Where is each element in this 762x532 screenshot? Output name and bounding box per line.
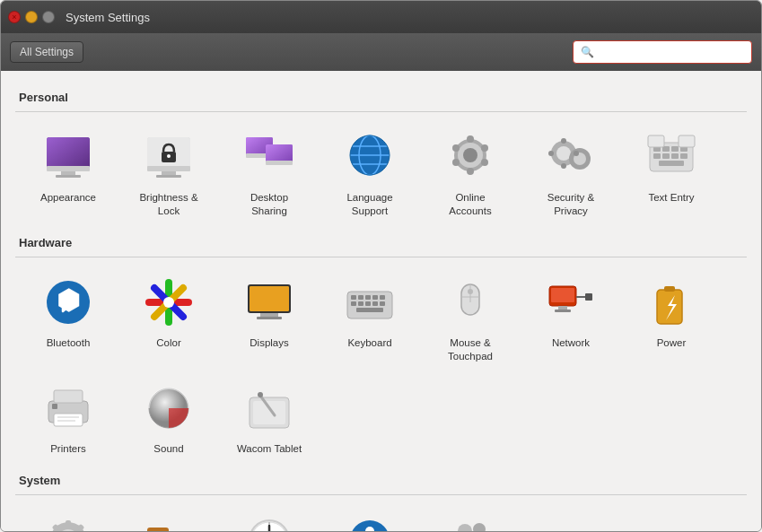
svg-rect-9 bbox=[156, 175, 181, 178]
svg-rect-48 bbox=[671, 153, 679, 159]
sidebar-item-appearance[interactable]: Appearance bbox=[19, 121, 118, 225]
svg-point-30 bbox=[467, 168, 474, 175]
language-support-label: LanguageSupport bbox=[346, 191, 392, 218]
main-window: × System Settings All Settings 🔍 Persona… bbox=[0, 0, 762, 532]
svg-point-37 bbox=[561, 138, 566, 144]
sidebar-item-wacom-tablet[interactable]: Wacom Tablet bbox=[220, 372, 319, 463]
search-input[interactable] bbox=[598, 46, 744, 58]
svg-rect-46 bbox=[653, 153, 661, 159]
svg-rect-71 bbox=[351, 301, 356, 306]
svg-rect-92 bbox=[52, 404, 57, 409]
minimize-button[interactable] bbox=[25, 11, 38, 23]
svg-rect-4 bbox=[56, 175, 81, 178]
svg-point-133 bbox=[458, 524, 472, 531]
sidebar-item-bluetooth[interactable]: ⬢ Bluetooth bbox=[19, 266, 118, 371]
sidebar-item-power[interactable]: Power bbox=[622, 266, 721, 371]
sidebar-item-keyboard[interactable]: Keyboard bbox=[320, 266, 419, 371]
hardware-grid: ⬢ Bluetooth bbox=[15, 266, 747, 463]
sidebar-item-color[interactable]: Color bbox=[119, 266, 218, 371]
sidebar-item-universal-access[interactable]: UniversalAccess bbox=[320, 504, 419, 531]
sidebar-item-software-updates[interactable]: Software &Updates bbox=[119, 504, 218, 531]
svg-point-59 bbox=[163, 297, 174, 308]
titlebar: × System Settings bbox=[1, 1, 761, 33]
svg-rect-76 bbox=[356, 308, 383, 312]
language-support-icon bbox=[341, 128, 399, 186]
sidebar-item-sound[interactable]: Sound bbox=[119, 372, 218, 463]
brightness-lock-icon bbox=[140, 128, 197, 186]
svg-rect-72 bbox=[358, 301, 363, 306]
svg-rect-63 bbox=[260, 313, 278, 317]
wacom-tablet-icon bbox=[241, 379, 298, 437]
svg-rect-74 bbox=[372, 301, 378, 306]
wacom-tablet-label: Wacom Tablet bbox=[237, 442, 302, 456]
search-box: 🔍 bbox=[573, 40, 752, 64]
security-privacy-icon bbox=[542, 128, 600, 186]
svg-rect-98 bbox=[253, 401, 285, 424]
svg-rect-49 bbox=[680, 153, 688, 159]
svg-point-31 bbox=[452, 159, 460, 166]
svg-rect-87 bbox=[657, 290, 682, 324]
appearance-icon bbox=[39, 128, 97, 186]
svg-rect-7 bbox=[147, 166, 190, 171]
sidebar-item-mouse-touchpad[interactable]: Mouse &Touchpad bbox=[421, 266, 520, 371]
sidebar-item-desktop-sharing[interactable]: DesktopSharing bbox=[220, 121, 319, 225]
section-title-system: System bbox=[19, 474, 747, 487]
sidebar-item-displays[interactable]: Displays bbox=[220, 266, 319, 371]
system-grid: Details bbox=[15, 504, 747, 531]
sidebar-item-language-support[interactable]: LanguageSupport bbox=[320, 121, 419, 225]
svg-text:⬢: ⬢ bbox=[57, 285, 80, 315]
svg-rect-114 bbox=[147, 528, 169, 531]
svg-rect-75 bbox=[380, 301, 385, 306]
all-settings-button[interactable]: All Settings bbox=[10, 41, 83, 63]
section-title-personal: Personal bbox=[19, 91, 747, 104]
sidebar-item-brightness-lock[interactable]: Brightness &Lock bbox=[119, 121, 218, 225]
svg-rect-8 bbox=[162, 171, 176, 175]
online-accounts-label: OnlineAccounts bbox=[449, 191, 491, 218]
time-date-icon bbox=[241, 511, 298, 531]
svg-rect-50 bbox=[659, 161, 684, 166]
close-button[interactable]: × bbox=[8, 11, 21, 23]
mouse-touchpad-icon bbox=[442, 274, 499, 331]
user-accounts-icon bbox=[442, 511, 499, 531]
svg-point-38 bbox=[548, 151, 554, 156]
svg-rect-88 bbox=[664, 286, 675, 292]
svg-rect-2 bbox=[47, 166, 90, 171]
svg-rect-82 bbox=[551, 288, 574, 302]
desktop-sharing-label: DesktopSharing bbox=[250, 191, 288, 218]
sidebar-item-network[interactable]: Network bbox=[521, 266, 620, 371]
svg-rect-68 bbox=[365, 295, 371, 300]
svg-rect-90 bbox=[54, 390, 83, 403]
section-title-hardware: Hardware bbox=[19, 236, 747, 249]
bluetooth-label: Bluetooth bbox=[47, 336, 91, 350]
sidebar-item-online-accounts[interactable]: OnlineAccounts bbox=[421, 121, 520, 225]
sidebar-item-security-privacy[interactable]: Security &Privacy bbox=[521, 121, 620, 225]
software-updates-icon bbox=[140, 511, 197, 531]
sidebar-item-text-entry[interactable]: Text Entry bbox=[622, 121, 721, 225]
svg-rect-91 bbox=[54, 414, 83, 426]
sound-icon bbox=[140, 379, 197, 437]
details-icon bbox=[39, 511, 97, 531]
sound-label: Sound bbox=[153, 442, 183, 456]
svg-rect-86 bbox=[585, 293, 592, 301]
sidebar-item-printers[interactable]: Printers bbox=[19, 372, 118, 463]
content-area: Personal bbox=[1, 71, 761, 531]
svg-point-11 bbox=[167, 154, 171, 158]
displays-icon bbox=[241, 274, 298, 331]
mouse-touchpad-label: Mouse &Touchpad bbox=[448, 336, 493, 363]
svg-point-39 bbox=[561, 163, 566, 169]
svg-rect-47 bbox=[662, 153, 670, 159]
maximize-button[interactable] bbox=[42, 11, 55, 23]
sidebar-item-user-accounts[interactable]: User Accounts bbox=[421, 504, 520, 531]
sidebar-item-details[interactable]: Details bbox=[19, 504, 118, 531]
svg-rect-64 bbox=[257, 317, 282, 319]
sidebar-item-time-date[interactable]: Time & Date bbox=[220, 504, 319, 531]
personal-grid: Appearance Br bbox=[15, 121, 747, 225]
svg-point-26 bbox=[463, 148, 477, 162]
svg-rect-44 bbox=[671, 146, 679, 152]
bluetooth-icon: ⬢ bbox=[39, 274, 97, 331]
keyboard-icon bbox=[341, 274, 399, 331]
window-controls: × bbox=[8, 11, 55, 23]
security-privacy-label: Security &Privacy bbox=[547, 191, 594, 218]
search-icon: 🔍 bbox=[581, 46, 594, 58]
printers-icon bbox=[39, 379, 97, 437]
